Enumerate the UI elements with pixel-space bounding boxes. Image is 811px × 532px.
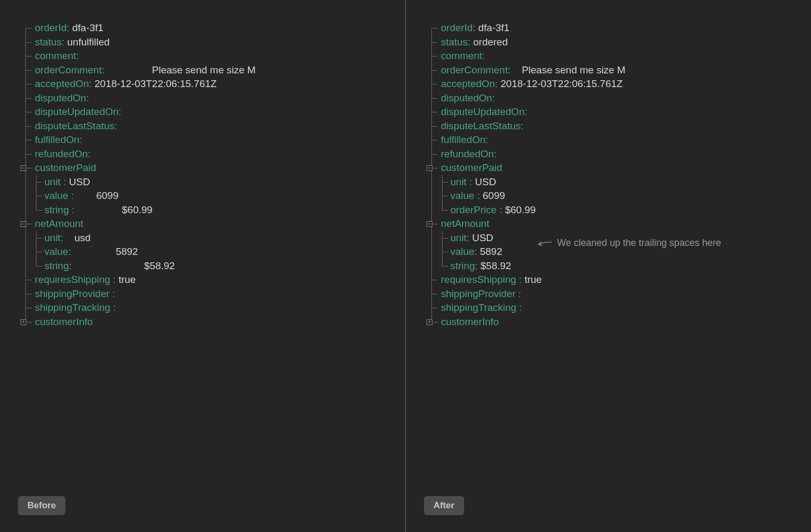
tree-row[interactable]: unit: usd — [16, 231, 405, 245]
tree-row[interactable]: value : 6099 — [422, 189, 811, 203]
tree-row[interactable]: requiresShipping : true — [16, 273, 405, 287]
arrow-left-icon — [537, 240, 552, 247]
tree-row-expandable[interactable]: −customerPaid — [16, 161, 405, 175]
tree-row[interactable]: orderId: dfa-3f1 — [422, 21, 811, 35]
tree-row[interactable]: refundedOn: — [16, 147, 405, 162]
tree-row[interactable]: disputedOn: — [16, 91, 405, 106]
before-panel: orderId: dfa-3f1 status: unfulfilled com… — [0, 0, 406, 532]
tree-row-expandable[interactable]: −netAmount — [422, 217, 811, 231]
tree-row[interactable]: disputeUpdatedOn: — [422, 105, 811, 119]
tree-row[interactable]: unit : USD — [422, 175, 811, 189]
tree-row[interactable]: disputeLastStatus: — [16, 119, 405, 134]
tree-row[interactable]: shippingTracking : — [422, 301, 811, 315]
tree-row[interactable]: disputeUpdatedOn: — [16, 105, 405, 119]
tree-row-expandable[interactable]: −netAmount — [16, 217, 405, 231]
tree-row[interactable]: value : 6099 — [16, 189, 405, 203]
tree-row[interactable]: shippingProvider : — [422, 287, 811, 301]
tree-row[interactable]: orderComment: Please send me size M — [422, 63, 811, 78]
tree-row[interactable]: orderPrice : $60.99 — [422, 203, 811, 217]
tree-row[interactable]: orderComment: Please send me size M — [16, 63, 405, 78]
tree-row[interactable]: value: 5892 — [16, 245, 405, 259]
tree-row[interactable]: requiresShipping : true — [422, 273, 811, 287]
before-badge: Before — [18, 496, 65, 515]
after-tree: orderId: dfa-3f1 status: ordered comment… — [422, 21, 811, 329]
tree-row-expandable[interactable]: −customerPaid — [422, 161, 811, 175]
annotation: We cleaned up the trailing spaces here — [537, 238, 721, 249]
tree-row-expandable[interactable]: +customerInfo — [422, 315, 811, 329]
expand-icon[interactable]: + — [21, 319, 26, 325]
collapse-icon[interactable]: − — [21, 221, 26, 227]
tree-row[interactable]: fulfilledOn: — [16, 133, 405, 147]
tree-row[interactable]: orderId: dfa-3f1 — [16, 21, 405, 35]
tree-row[interactable]: comment: — [422, 49, 811, 63]
tree-row[interactable]: string : $60.99 — [16, 203, 405, 217]
tree-row[interactable]: shippingProvider : — [16, 287, 405, 301]
before-tree: orderId: dfa-3f1 status: unfulfilled com… — [16, 21, 405, 329]
tree-row[interactable]: status: ordered — [422, 35, 811, 50]
tree-row[interactable]: string: $58.92 — [422, 259, 811, 273]
tree-row[interactable]: refundedOn: — [422, 147, 811, 162]
tree-row[interactable]: fulfilledOn: — [422, 133, 811, 147]
after-panel: orderId: dfa-3f1 status: ordered comment… — [406, 0, 811, 532]
tree-row[interactable]: status: unfulfilled — [16, 35, 405, 50]
after-badge: After — [424, 496, 464, 515]
annotation-text: We cleaned up the trailing spaces here — [557, 238, 721, 249]
tree-row[interactable]: string: $58.92 — [16, 259, 405, 273]
tree-row[interactable]: comment: — [16, 49, 405, 63]
tree-row-expandable[interactable]: +customerInfo — [16, 315, 405, 329]
tree-row[interactable]: disputedOn: — [422, 91, 811, 106]
expand-icon[interactable]: + — [427, 319, 432, 325]
tree-row[interactable]: acceptedOn: 2018-12-03T22:06:15.761Z — [422, 77, 811, 91]
collapse-icon[interactable]: − — [427, 221, 432, 227]
collapse-icon[interactable]: − — [427, 165, 432, 171]
tree-row[interactable]: acceptedOn: 2018-12-03T22:06:15.761Z — [16, 77, 405, 91]
tree-row[interactable]: disputeLastStatus: — [422, 119, 811, 134]
tree-row[interactable]: unit : USD — [16, 175, 405, 189]
tree-row[interactable]: shippingTracking : — [16, 301, 405, 315]
collapse-icon[interactable]: − — [21, 165, 26, 171]
